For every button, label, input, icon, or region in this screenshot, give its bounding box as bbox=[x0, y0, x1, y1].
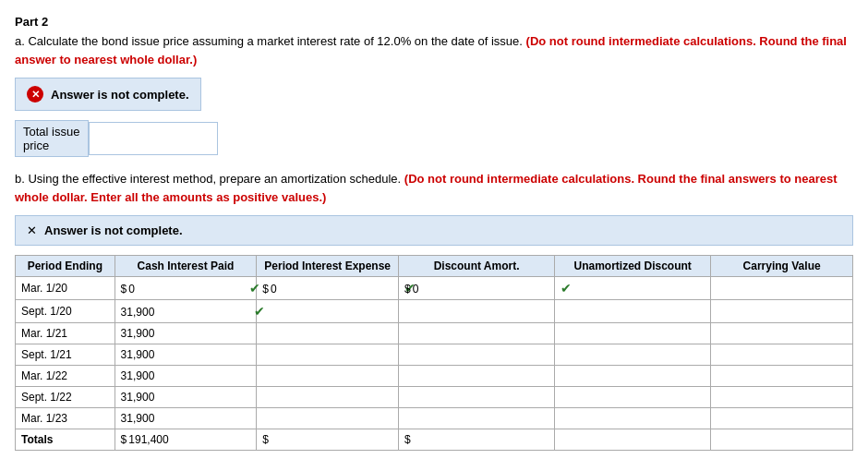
input-carrying-0[interactable] bbox=[717, 282, 847, 295]
cell-discount-amort-7[interactable]: $ bbox=[399, 429, 555, 451]
instruction-a: a. Calculate the bond issue price assumi… bbox=[15, 32, 853, 68]
cell-unamort-0[interactable] bbox=[555, 277, 711, 300]
cell-cash-0[interactable]: $ ✔ bbox=[115, 277, 257, 300]
input-unamort-7[interactable] bbox=[561, 433, 705, 446]
cell-period-4: Mar. 1/22 bbox=[16, 366, 115, 387]
cell-carrying-6[interactable] bbox=[711, 408, 853, 429]
input-unamort-1[interactable] bbox=[561, 305, 705, 318]
input-unamort-0[interactable] bbox=[561, 282, 705, 295]
cell-discount-amort-4[interactable] bbox=[399, 366, 555, 387]
cell-period-interest-7[interactable]: $ bbox=[257, 429, 399, 451]
cell-unamort-4[interactable] bbox=[555, 366, 711, 387]
cell-discount-amort-0[interactable]: $ ✔ bbox=[399, 277, 555, 300]
table-row: Mar. 1/22 bbox=[16, 366, 853, 387]
cell-unamort-2[interactable] bbox=[555, 323, 711, 344]
cell-cash-5[interactable] bbox=[115, 387, 257, 408]
input-cash-6[interactable] bbox=[121, 412, 251, 425]
cell-period-interest-6[interactable] bbox=[257, 408, 399, 429]
table-row: Mar. 1/21 bbox=[16, 323, 853, 344]
table-row: Mar. 1/23 bbox=[16, 408, 853, 429]
input-period-interest-5[interactable] bbox=[262, 391, 392, 404]
cell-discount-amort-3[interactable] bbox=[399, 344, 555, 366]
cell-period-interest-5[interactable] bbox=[257, 387, 399, 408]
input-discount-amort-4[interactable] bbox=[404, 369, 549, 382]
input-carrying-3[interactable] bbox=[717, 348, 847, 361]
input-period-interest-1[interactable] bbox=[262, 305, 392, 318]
input-carrying-5[interactable] bbox=[717, 391, 847, 404]
cell-cash-2[interactable] bbox=[115, 323, 257, 344]
input-carrying-4[interactable] bbox=[717, 369, 847, 382]
input-carrying-6[interactable] bbox=[717, 412, 847, 425]
input-discount-amort-5[interactable] bbox=[404, 391, 549, 404]
cell-cash-1[interactable]: ✔ bbox=[115, 300, 257, 323]
input-cash-1[interactable] bbox=[121, 306, 251, 319]
input-unamort-4[interactable] bbox=[561, 369, 705, 382]
input-carrying-2[interactable] bbox=[717, 327, 847, 340]
cell-carrying-2[interactable] bbox=[711, 323, 853, 344]
input-period-interest-7[interactable] bbox=[271, 433, 401, 446]
answer-incomplete-box-b: ✕ Answer is not complete. bbox=[15, 215, 853, 246]
input-cash-5[interactable] bbox=[121, 391, 251, 404]
cell-cash-7[interactable]: $ bbox=[115, 429, 257, 451]
input-cash-4[interactable] bbox=[121, 369, 251, 382]
cell-period-interest-3[interactable] bbox=[257, 344, 399, 366]
cell-discount-amort-6[interactable] bbox=[399, 408, 555, 429]
cell-cash-6[interactable] bbox=[115, 408, 257, 429]
cell-unamort-5[interactable] bbox=[555, 387, 711, 408]
cell-cash-3[interactable] bbox=[115, 344, 257, 366]
table-row: Sept. 1/20 ✔ bbox=[16, 300, 853, 323]
cell-discount-amort-5[interactable] bbox=[399, 387, 555, 408]
cell-unamort-1[interactable] bbox=[555, 300, 711, 323]
cell-discount-amort-2[interactable] bbox=[399, 323, 555, 344]
input-unamort-6[interactable] bbox=[561, 412, 705, 425]
cell-period-2: Mar. 1/21 bbox=[16, 323, 115, 344]
cell-unamort-6[interactable] bbox=[555, 408, 711, 429]
input-discount-amort-0[interactable] bbox=[413, 283, 557, 296]
input-discount-amort-7[interactable] bbox=[413, 433, 557, 446]
cell-period-interest-2[interactable] bbox=[257, 323, 399, 344]
input-carrying-1[interactable] bbox=[717, 305, 847, 318]
input-cash-7[interactable] bbox=[128, 433, 246, 446]
input-discount-amort-1[interactable] bbox=[404, 305, 549, 318]
cell-period-interest-4[interactable] bbox=[257, 366, 399, 387]
cell-carrying-5[interactable] bbox=[711, 387, 853, 408]
input-period-interest-6[interactable] bbox=[262, 412, 392, 425]
cell-period-interest-1[interactable] bbox=[257, 300, 399, 323]
table-row: Sept. 1/22 bbox=[16, 387, 853, 408]
input-discount-amort-2[interactable] bbox=[404, 327, 549, 340]
input-carrying-7[interactable] bbox=[717, 433, 847, 446]
cell-period-0: Mar. 1/20 bbox=[16, 277, 115, 300]
table-row: Sept. 1/21 bbox=[16, 344, 853, 366]
cell-carrying-4[interactable] bbox=[711, 366, 853, 387]
input-cash-0[interactable] bbox=[128, 283, 246, 296]
input-cash-3[interactable] bbox=[121, 348, 251, 361]
input-unamort-5[interactable] bbox=[561, 391, 705, 404]
cell-discount-amort-1[interactable] bbox=[399, 300, 555, 323]
input-period-interest-4[interactable] bbox=[262, 369, 392, 382]
cell-carrying-1[interactable] bbox=[711, 300, 853, 323]
input-cash-2[interactable] bbox=[121, 327, 251, 340]
cell-period-6: Mar. 1/23 bbox=[16, 408, 115, 429]
input-unamort-2[interactable] bbox=[561, 327, 705, 340]
cell-cash-4[interactable] bbox=[115, 366, 257, 387]
input-unamort-3[interactable] bbox=[561, 348, 705, 361]
instruction-b-prefix: b. Using the effective interest method, … bbox=[15, 172, 401, 186]
input-period-interest-2[interactable] bbox=[262, 327, 392, 340]
total-issue-label: Total issue price bbox=[15, 120, 89, 157]
cell-period-interest-0[interactable]: $ ✔ bbox=[257, 277, 399, 300]
input-period-interest-0[interactable] bbox=[271, 283, 401, 296]
header-cash-interest: Cash Interest Paid bbox=[115, 256, 257, 277]
input-discount-amort-3[interactable] bbox=[404, 348, 549, 361]
total-issue-input[interactable] bbox=[89, 122, 218, 155]
x-icon-b: ✕ bbox=[27, 223, 37, 237]
cell-unamort-7[interactable] bbox=[555, 429, 711, 451]
dollar-period-0: $ bbox=[262, 283, 269, 296]
cell-carrying-3[interactable] bbox=[711, 344, 853, 366]
cell-unamort-3[interactable] bbox=[555, 344, 711, 366]
part-label: Part 2 bbox=[15, 15, 853, 29]
cell-carrying-7[interactable] bbox=[711, 429, 853, 451]
cell-carrying-0[interactable] bbox=[711, 277, 853, 300]
input-period-interest-3[interactable] bbox=[262, 348, 392, 361]
input-discount-amort-6[interactable] bbox=[404, 412, 549, 425]
header-carrying-value: Carrying Value bbox=[711, 256, 853, 277]
